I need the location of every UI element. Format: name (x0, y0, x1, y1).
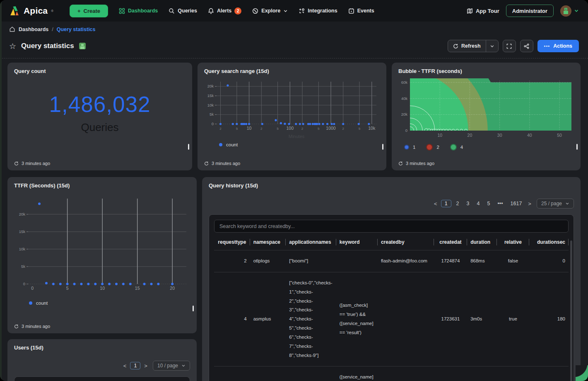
legend-count[interactable]: count (29, 301, 190, 306)
breadcrumb-current[interactable]: Query statistics (57, 27, 96, 32)
actions-button[interactable]: ••• Actions (537, 40, 579, 52)
panel-scrollbar[interactable] (188, 144, 189, 150)
nav-item-integrations[interactable]: Integrations (299, 8, 337, 14)
brand-logo[interactable]: Apica ® (9, 6, 59, 16)
svg-text:50: 50 (557, 133, 562, 138)
breadcrumb-dashboards[interactable]: Dashboards (19, 27, 48, 32)
create-button[interactable]: + Create (70, 5, 108, 17)
legend-dot (450, 144, 457, 150)
panel-title: TTFR (Seconds) (15d) (14, 182, 190, 189)
share-button[interactable] (520, 40, 533, 52)
panel-scrollbar[interactable] (382, 144, 383, 150)
svg-text:10k: 10k (368, 126, 376, 131)
dashboard-toolbar: Refresh ••• Actions (448, 40, 579, 52)
alerts-badge: 2 (234, 7, 241, 15)
page-size-select[interactable]: 25 / page (537, 199, 574, 209)
search-input[interactable] (214, 220, 569, 233)
svg-text:5k: 5k (210, 112, 214, 116)
pager-page-3[interactable]: 3 (464, 200, 472, 207)
query-search-range-chart: 05k10k15k20k2510251002510002510kMinutes (204, 77, 380, 139)
svg-text:5: 5 (359, 127, 361, 131)
refresh-button[interactable]: Refresh (448, 40, 486, 52)
pager-page-4[interactable]: 4 (475, 200, 482, 207)
legend-count[interactable]: count (219, 142, 380, 147)
svg-text:5k: 5k (21, 264, 25, 269)
pager-page-5[interactable]: 5 (484, 200, 492, 207)
svg-text:60k: 60k (401, 80, 408, 85)
panel-users: Users (15d) <1> 10 / page countcreatedby (7, 339, 197, 381)
panel-scrollbar[interactable] (193, 306, 194, 311)
cell-createdat: 1723631 (434, 272, 467, 366)
integrations-icon (299, 8, 305, 14)
query-count-value: 1,486,032 (14, 92, 186, 117)
table-row: 5asmplus["checks"]([service_name] == 're… (214, 366, 569, 381)
favorite-star-icon[interactable]: ☆ (9, 42, 16, 50)
panel-updated: 3 minutes ago (398, 161, 434, 166)
cell-duration: 868ms (467, 250, 496, 272)
nav-item-events[interactable]: Events (348, 8, 374, 14)
panel-scrollbar[interactable] (576, 144, 578, 150)
legend-dot (29, 301, 32, 305)
nav-item-explore[interactable]: Explore (252, 8, 288, 14)
panel-updated: 3 minutes ago (14, 161, 50, 166)
avatar (560, 5, 571, 17)
pager-ellipsis[interactable]: ••• (495, 200, 505, 207)
panel-title: Query history (15d) (209, 182, 574, 189)
cell-requesttype: 4 (214, 272, 250, 366)
pager-next[interactable]: > (143, 363, 149, 369)
svg-text:10: 10 (100, 286, 105, 291)
legend-item-4[interactable]: 4 (450, 144, 463, 150)
cell-duration: 3m0s (467, 272, 496, 366)
users-table-container: countcreatedby (14, 376, 190, 381)
column-header-requesttype: requesttype (214, 234, 250, 250)
legend-item-2[interactable]: 2 (426, 144, 439, 150)
title-row: ☆ Query statistics Refresh (0, 36, 588, 58)
pager-next[interactable]: > (527, 201, 533, 207)
pager-prev[interactable]: < (122, 363, 128, 369)
svg-text:20k: 20k (401, 112, 408, 116)
refresh-icon (453, 44, 458, 49)
svg-text:10: 10 (247, 126, 252, 131)
pager-page-1617[interactable]: 1617 (508, 200, 525, 207)
breadcrumb-separator: / (52, 27, 53, 32)
nav-item-queries[interactable]: Queries (169, 8, 197, 14)
table-scrollbar[interactable] (570, 240, 572, 381)
search-icon (169, 8, 175, 14)
dashboard-owner-avatar[interactable] (79, 43, 86, 49)
table-row: 2otlplogs["boomi"]flash-admin@foo.com172… (214, 250, 569, 272)
app-tour-button[interactable]: App Tour (467, 8, 499, 14)
administrator-button[interactable]: Administrator (506, 5, 554, 17)
cell-createdat: 1724874 (434, 250, 467, 272)
bubble-ttfr-chart: 020k40k60k1020304050 (398, 78, 574, 141)
user-menu[interactable] (560, 5, 579, 17)
refresh-dropdown-button[interactable] (486, 40, 498, 52)
apica-logo-icon (9, 6, 20, 16)
column-header-duration: duration (467, 234, 496, 250)
fullscreen-button[interactable] (503, 40, 516, 52)
svg-text:20k: 20k (207, 84, 214, 88)
panel-updated: 3 minutes ago (204, 161, 240, 166)
query-history-table-container: requesttypenamespaceapplicationnameskeyw… (209, 214, 574, 381)
pager-prev[interactable]: < (433, 201, 439, 207)
app-window: Apica ® + Create Dashboards Queries (0, 0, 588, 381)
legend-item-1[interactable]: 1 (404, 145, 415, 150)
home-icon[interactable] (9, 26, 15, 32)
panel-title: Bubble - TTFR (seconds) (398, 68, 574, 74)
cell-createdby: flash-admin@foo.com (378, 250, 434, 272)
refresh-icon (398, 161, 403, 166)
pager-page-1[interactable]: 1 (441, 200, 451, 207)
query-history-table: requesttypenamespaceapplicationnameskeyw… (214, 234, 569, 381)
svg-text:20k: 20k (19, 212, 26, 216)
cell-createdby: per.andersson@apica.io (378, 366, 434, 381)
svg-text:0: 0 (31, 286, 34, 291)
users-page-size-select[interactable]: 10 / page (153, 361, 190, 371)
svg-text:20: 20 (468, 133, 472, 138)
cell-relative: true (497, 272, 530, 366)
nav-item-dashboards[interactable]: Dashboards (119, 8, 158, 14)
cell-durationsec: 180 (529, 272, 569, 366)
pager-page-2[interactable]: 2 (454, 200, 462, 207)
pager-page-1[interactable]: 1 (130, 362, 140, 369)
chevron-down-icon (283, 9, 288, 13)
nav-item-alerts[interactable]: Alerts 2 (208, 7, 241, 15)
table-row: 4asmplus["checks-0","checks-1","checks-2… (214, 272, 569, 366)
